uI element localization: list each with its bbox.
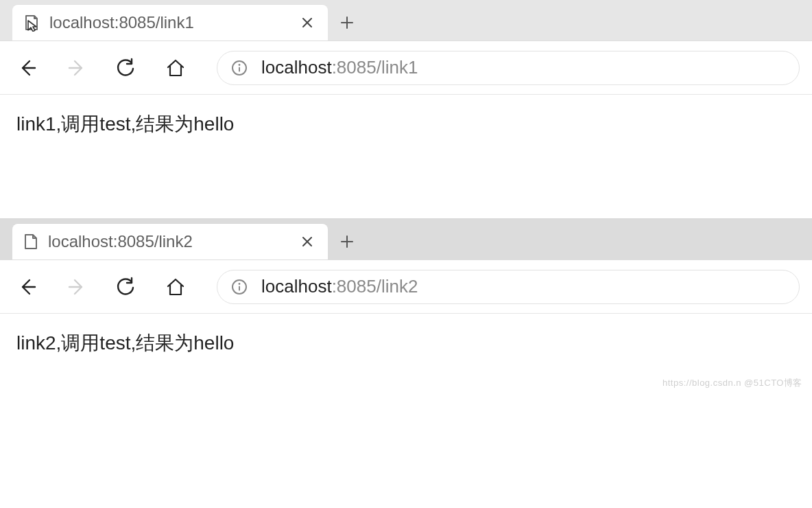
page-body-text: link1,调用test,结果为hello [16,113,234,135]
forward-button[interactable] [62,272,92,302]
browser-tab[interactable]: localhost:8085/link2 [12,224,328,259]
address-bar[interactable]: localhost:8085/link2 [217,270,800,304]
url-rest: :8085/link2 [332,276,418,297]
new-tab-button[interactable] [328,5,366,41]
home-icon [165,58,186,78]
back-button[interactable] [12,272,43,302]
home-icon [165,277,186,297]
info-icon [231,279,248,295]
page-body-text: link2,调用test,结果为hello [16,332,234,354]
close-tab-button[interactable] [298,232,317,251]
tabs-bar: localhost:8085/link2 [0,219,812,260]
navigation-bar: localhost:8085/link2 [0,260,812,314]
refresh-icon [116,277,136,297]
arrow-left-icon [17,277,38,297]
svg-point-1 [239,64,241,66]
plus-icon [339,15,355,30]
arrow-right-icon [67,277,87,297]
svg-point-4 [239,283,241,285]
plus-icon [339,234,355,249]
forward-button[interactable] [62,53,92,83]
url-host: localhost [261,276,332,297]
arrow-left-icon [17,58,38,78]
address-bar[interactable]: localhost:8085/link1 [217,51,800,85]
arrow-right-icon [67,58,87,78]
site-info-button[interactable] [231,279,248,295]
close-tab-button[interactable] [298,13,317,32]
spacer [0,177,812,218]
refresh-icon [116,58,136,78]
svg-rect-5 [239,286,240,290]
url-host: localhost [261,57,332,78]
url-text: localhost:8085/link1 [261,57,418,78]
tabs-bar: localhost:8085/link1 [0,0,812,41]
close-icon [301,16,313,29]
browser-window-1: localhost:8085/link1 [0,0,812,177]
site-info-button[interactable] [231,60,248,76]
page-content: link1,调用test,结果为hello [0,95,812,177]
page-icon [23,233,38,251]
new-tab-button[interactable] [328,224,366,259]
refresh-button[interactable] [111,272,141,302]
refresh-button[interactable] [111,53,141,83]
navigation-bar: localhost:8085/link1 [0,41,812,95]
page-content: link2,调用test,结果为hello https://blog.csdn.… [0,314,812,396]
close-icon [301,235,313,248]
browser-window-2: localhost:8085/link2 [0,218,812,396]
page-cursor-icon [23,14,40,32]
back-button[interactable] [12,53,43,83]
url-rest: :8085/link1 [332,57,418,78]
watermark-text: https://blog.csdn.n @51CTO博客 [662,377,802,389]
browser-tab[interactable]: localhost:8085/link1 [12,5,328,41]
tab-title: localhost:8085/link1 [49,13,288,32]
home-button[interactable] [160,53,191,83]
info-icon [231,60,248,76]
svg-rect-2 [239,67,240,71]
home-button[interactable] [160,272,191,302]
url-text: localhost:8085/link2 [261,276,418,297]
tab-title: localhost:8085/link2 [48,232,288,251]
